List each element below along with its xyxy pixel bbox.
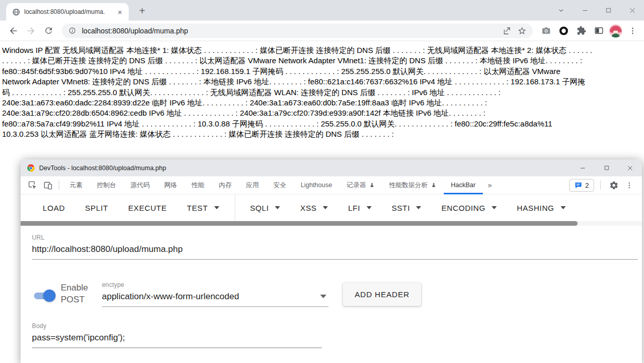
lfi-menu-button[interactable]: LFI xyxy=(339,198,380,217)
chevron-down-icon xyxy=(214,206,219,209)
scrollbar-thumb[interactable] xyxy=(21,221,578,226)
sqli-menu-button[interactable]: SQLI xyxy=(241,198,289,217)
window-minimize-button[interactable] xyxy=(573,0,597,21)
test-menu-button[interactable]: TEST xyxy=(178,198,228,217)
chevron-down-icon xyxy=(492,206,497,209)
back-button[interactable] xyxy=(6,24,21,38)
enable-post-label: Enable POST xyxy=(61,282,95,306)
tab-lighthouse[interactable]: Lighthouse xyxy=(293,176,339,194)
devtools-minimize-button[interactable] xyxy=(571,159,595,176)
devtools-close-button[interactable] xyxy=(618,159,642,176)
tab-performance-insights[interactable]: 性能数据分析 xyxy=(382,176,444,194)
toggle-thumb xyxy=(43,289,56,302)
address-url[interactable]: localhost:8080/upload/muma.php xyxy=(82,27,497,35)
divider xyxy=(600,180,601,190)
page-info-icon[interactable] xyxy=(68,26,77,35)
tab-search-chevron-icon[interactable] xyxy=(549,0,573,21)
tab-close-icon[interactable]: × xyxy=(115,7,125,16)
side-panel-icon[interactable] xyxy=(591,24,606,38)
url-input[interactable]: http://localhost:8080/upload/muma.php xyxy=(32,241,638,260)
extensions-puzzle-icon[interactable] xyxy=(574,24,588,38)
enable-post-toggle[interactable] xyxy=(32,289,56,302)
ipconfig-line: . . . . . . : 媒体已断开连接 连接特定的 DNS 后缀 . . .… xyxy=(2,56,642,66)
browser-tabstrip: localhost:8080/upload/muma. × + xyxy=(0,0,644,21)
ipconfig-line: Network Adapter VMnet8: 连接特定的 DNS 后缀 . .… xyxy=(2,77,642,87)
address-bar[interactable]: localhost:8080/upload/muma.php xyxy=(62,24,533,38)
window-maximize-button[interactable] xyxy=(597,0,620,21)
chevron-down-icon xyxy=(561,206,566,209)
settings-gear-icon[interactable] xyxy=(606,177,621,193)
screenshot-camera-icon[interactable] xyxy=(539,24,553,38)
devtools-maximize-button[interactable] xyxy=(595,159,618,176)
execute-button[interactable]: EXECUTE xyxy=(119,198,176,217)
chevron-down-icon xyxy=(416,206,421,209)
tab-title: localhost:8080/upload/muma. xyxy=(24,8,115,15)
ipconfig-line: 240e:3a1:a79c:cf20:28db:6504:8962:cedb I… xyxy=(2,108,642,118)
devtools-tabbar: 元素 控制台 源代码 网络 性能 内存 应用 安全 Lighthouse 记录器… xyxy=(21,176,642,194)
tab-recorder[interactable]: 记录器 xyxy=(339,176,382,194)
devtools-titlebar[interactable]: DevTools - localhost:8080/upload/muma.ph… xyxy=(21,159,642,176)
more-tabs-chevron[interactable]: » xyxy=(484,181,496,189)
tab-performance[interactable]: 性能 xyxy=(184,176,212,194)
extension-ring-icon[interactable] xyxy=(556,24,571,38)
divider xyxy=(59,180,59,190)
chevron-down-icon xyxy=(320,295,326,298)
ipconfig-line: 码 . . . . . . . . . . . . : 255.255.255.… xyxy=(2,87,642,98)
tab-sources[interactable]: 源代码 xyxy=(124,176,158,194)
tab-security[interactable]: 安全 xyxy=(266,176,293,194)
window-close-button[interactable] xyxy=(620,0,644,21)
tab-console[interactable]: 控制台 xyxy=(90,176,124,194)
button-label: ENCODING xyxy=(441,204,485,212)
body-field: Body pass=system('ipconfig'); xyxy=(32,322,638,348)
bookmark-star-icon[interactable] xyxy=(516,25,528,37)
encoding-menu-button[interactable]: ENCODING xyxy=(432,198,506,217)
ipconfig-line: Windows IP 配置 无线局域网适配器 本地连接* 1: 媒体状态 . .… xyxy=(2,45,642,56)
hackbar-actions: LOAD SPLIT EXECUTE TEST SQLI XSS LFI SST… xyxy=(21,194,642,221)
button-label: XSS xyxy=(300,204,317,212)
url-field: URL http://localhost:8080/upload/muma.ph… xyxy=(32,234,638,260)
chevron-down-icon xyxy=(367,206,372,209)
hashing-menu-button[interactable]: HASHING xyxy=(508,198,575,217)
tab-hackbar[interactable]: HackBar xyxy=(444,176,483,194)
button-label: EXECUTE xyxy=(128,204,167,212)
xss-menu-button[interactable]: XSS xyxy=(291,198,337,217)
ssti-menu-button[interactable]: SSTI xyxy=(383,198,430,217)
devtools-menu-kebab-icon[interactable] xyxy=(621,177,637,193)
divider xyxy=(235,194,235,221)
devtools-window-controls xyxy=(571,159,642,176)
new-tab-button[interactable]: + xyxy=(135,4,149,18)
issues-bubble-icon xyxy=(575,182,582,189)
body-field-label: Body xyxy=(32,322,638,330)
ipconfig-line: 10.3.0.253 以太网适配器 蓝牙网络连接: 媒体状态 . . . . .… xyxy=(2,129,642,139)
tab-application[interactable]: 应用 xyxy=(239,176,266,194)
reload-button[interactable] xyxy=(41,24,56,38)
tab-elements[interactable]: 元素 xyxy=(62,176,90,194)
button-label: TEST xyxy=(187,204,208,212)
issues-count: 2 xyxy=(585,182,589,189)
tab-memory[interactable]: 内存 xyxy=(212,176,239,194)
devtools-window: DevTools - localhost:8080/upload/muma.ph… xyxy=(21,159,642,363)
browser-tab[interactable]: localhost:8080/upload/muma. × xyxy=(6,3,129,21)
enctype-select[interactable]: application/x-www-form-urlencoded xyxy=(102,288,328,307)
button-label: LOAD xyxy=(43,204,65,212)
device-toolbar-icon[interactable] xyxy=(40,177,56,193)
experiment-flask-icon xyxy=(369,183,375,188)
load-button[interactable]: LOAD xyxy=(34,198,74,217)
issues-badge[interactable]: 2 xyxy=(569,179,594,192)
enctype-label: enctype xyxy=(102,281,328,288)
devtools-tabbar-right: 2 xyxy=(569,177,637,193)
add-header-button[interactable]: ADD HEADER xyxy=(343,283,421,306)
browser-menu-kebab-icon[interactable] xyxy=(625,24,640,38)
forward-button[interactable] xyxy=(24,24,38,38)
share-icon[interactable] xyxy=(501,25,512,37)
button-label: SSTI xyxy=(392,204,410,212)
horizontal-scrollbar[interactable] xyxy=(21,221,642,226)
browser-window-controls xyxy=(549,0,644,21)
inspect-element-icon[interactable] xyxy=(25,177,40,193)
body-input[interactable]: pass=system('ipconfig'); xyxy=(32,330,322,348)
split-button[interactable]: SPLIT xyxy=(76,198,117,217)
tab-network[interactable]: 网络 xyxy=(157,176,184,194)
tab-label: 记录器 xyxy=(346,181,366,190)
profile-avatar[interactable] xyxy=(609,24,622,38)
chevron-down-icon xyxy=(275,206,280,209)
